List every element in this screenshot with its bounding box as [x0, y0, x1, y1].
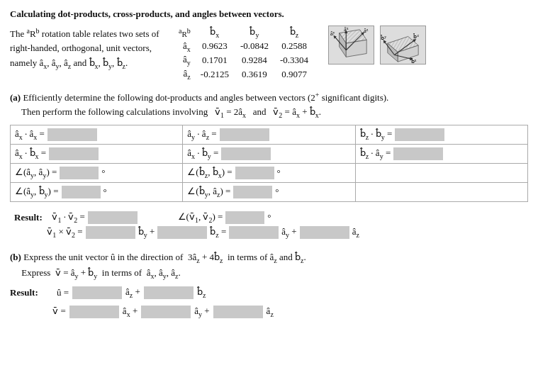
result-row-2: v̄1 × v̄2 = b̂y + b̂z = ây + âz: [14, 226, 524, 239]
input-v-ax-coeff[interactable]: [69, 306, 119, 318]
input-angle-v1-v2[interactable]: [225, 211, 264, 224]
diagrams: âz ây âx: [328, 26, 426, 65]
diagram-a: âz ây âx: [328, 26, 374, 65]
svg-text:b̂y: b̂y: [381, 35, 386, 41]
cell-bz-by: b̂z · b̂y =: [356, 125, 527, 144]
cell-bz-ay: b̂z · ây =: [356, 145, 527, 163]
input-v1-cross-v2-by[interactable]: [86, 226, 135, 239]
input-ax-bx[interactable]: [49, 147, 99, 160]
grid-row-3: ∠(ây, ây) = ° ∠(b̂z, b̂x) = °: [11, 164, 527, 183]
page-title: Calculating dot-products, cross-products…: [10, 9, 528, 20]
result-section: Result: v̄1 · v̄2 = ∠(v̄1, v̄2) = ° v̄1 …: [10, 209, 528, 243]
svg-text:ây: ây: [330, 30, 335, 37]
cell-ax-by: âx · b̂y =: [183, 145, 355, 163]
part-b-results: Result: û = âz + b̂z v̄ = âx + ây + âz: [10, 285, 528, 320]
input-bz-by[interactable]: [395, 128, 444, 141]
cell-empty-1: [356, 164, 527, 182]
cell-ax-bx: âx · b̂x =: [11, 145, 183, 163]
svg-text:b̂x: b̂x: [410, 58, 417, 64]
input-angle-ay-by[interactable]: [62, 186, 101, 198]
input-ax-by[interactable]: [221, 147, 271, 160]
cell-angle-bz-bx: ∠(b̂z, b̂x) = °: [183, 164, 355, 182]
cell-angle-by-az: ∠(b̂y, âz) = °: [183, 183, 355, 201]
part-b: (b) Express the unit vector û in the dir…: [10, 250, 528, 320]
input-v1-cross-v2-az[interactable]: [300, 226, 349, 239]
grid-row-4: ∠(ây, b̂y) = ° ∠(b̂y, âz) = °: [11, 183, 527, 201]
rotation-table: aRb b̂x b̂y b̂z âx 0.9623 -0.0842 0.2588…: [173, 26, 314, 81]
input-v-ay-coeff[interactable]: [141, 306, 191, 318]
input-v-az-coeff[interactable]: [213, 306, 263, 318]
input-angle-ay-ay[interactable]: [60, 167, 99, 179]
grid-row-1: âx · âx = ây · âz = b̂z · b̂y =: [11, 125, 527, 145]
input-ax-ax[interactable]: [47, 128, 97, 141]
part-b-result-u: Result: û = âz + b̂z: [10, 285, 528, 301]
diagram-b: b̂z b̂y b̂x: [380, 26, 426, 65]
result-row-1: Result: v̄1 · v̄2 = ∠(v̄1, v̄2) = °: [14, 211, 524, 224]
input-v1-cross-v2-bz[interactable]: [157, 226, 207, 239]
svg-text:âz: âz: [364, 28, 368, 34]
cell-ay-az: ây · âz =: [183, 125, 355, 144]
grid-row-2: âx · b̂x = âx · b̂y = b̂z · ây =: [11, 145, 527, 164]
svg-text:b̂z: b̂z: [413, 33, 420, 40]
input-u-bz-coeff[interactable]: [144, 286, 194, 299]
cell-angle-ay-by: ∠(ây, b̂y) = °: [11, 183, 183, 201]
input-bz-ay[interactable]: [393, 147, 443, 160]
input-u-az-coeff[interactable]: [72, 286, 122, 299]
part-a-header: (a) Efficiently determine the following …: [10, 89, 528, 120]
cell-ax-ax: âx · âx =: [11, 125, 183, 144]
input-ay-az[interactable]: [220, 128, 269, 141]
part-b-result-v: v̄ = âx + ây + âz: [10, 304, 528, 320]
intro-text: The aRb rotation table relates two sets …: [10, 26, 166, 72]
input-angle-by-az[interactable]: [233, 186, 272, 198]
input-angle-bz-bx[interactable]: [235, 167, 274, 179]
input-v1-cross-v2-ay[interactable]: [229, 226, 279, 239]
cell-angle-ay-ay: ∠(ây, ây) = °: [11, 164, 183, 182]
dot-product-grid: âx · âx = ây · âz = b̂z · b̂y = âx · b̂x…: [10, 125, 528, 202]
cell-empty-2: [356, 183, 527, 201]
part-b-desc: (b) Express the unit vector û in the dir…: [10, 250, 528, 282]
input-v1-dot-v2[interactable]: [88, 211, 138, 224]
